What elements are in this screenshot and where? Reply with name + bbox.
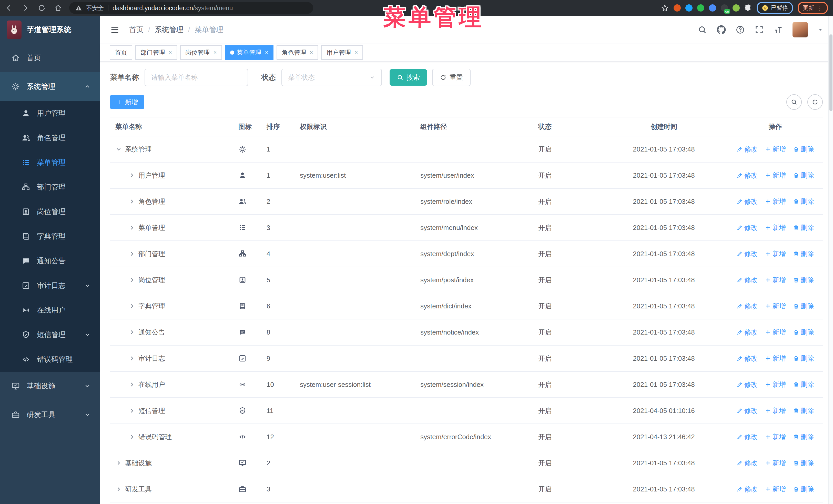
row-action-新增[interactable]: 新增	[765, 459, 786, 467]
avatar[interactable]	[792, 22, 808, 38]
row-action-删除[interactable]: 删除	[793, 223, 814, 232]
tab-部门管理[interactable]: 部门管理×	[135, 45, 177, 60]
table-row[interactable]: 字典管理6system/dict/index开启2021-01-05 17:03…	[110, 293, 823, 319]
table-row[interactable]: 角色管理2system/role/index开启2021-01-05 17:03…	[110, 189, 823, 215]
row-action-删除[interactable]: 删除	[793, 406, 814, 415]
row-action-新增[interactable]: 新增	[765, 406, 786, 415]
tab-首页[interactable]: 首页	[110, 45, 132, 60]
row-action-修改[interactable]: 修改	[737, 223, 758, 232]
row-action-删除[interactable]: 删除	[793, 275, 814, 285]
bot-extension-icon[interactable]	[733, 4, 740, 11]
tab-角色管理[interactable]: 角色管理×	[277, 45, 318, 60]
add-button[interactable]: 新增	[110, 95, 144, 109]
fullscreen-icon[interactable]	[755, 25, 764, 34]
browser-reload-icon[interactable]	[38, 4, 46, 12]
table-row[interactable]: 在线用户10system:user-session:listsystem/ses…	[110, 372, 823, 398]
sidebar-item-角色管理[interactable]: 角色管理	[0, 126, 100, 150]
sidebar-item-系统管理[interactable]: 系统管理	[0, 72, 100, 101]
row-action-删除[interactable]: 删除	[793, 485, 814, 494]
bookmark-star-icon[interactable]	[661, 4, 669, 12]
sidebar-item-基础设施[interactable]: 基础设施	[0, 372, 100, 401]
row-action-删除[interactable]: 删除	[793, 432, 814, 441]
app-logo[interactable]: 芋道管理系统	[0, 16, 100, 44]
row-action-新增[interactable]: 新增	[765, 354, 786, 363]
user-menu-caret-icon[interactable]	[818, 27, 823, 32]
table-row[interactable]: 通知公告8system/notice/index开启2021-01-05 17:…	[110, 319, 823, 345]
breadcrumb-item[interactable]: 系统管理	[155, 25, 184, 34]
reset-button[interactable]: 重置	[432, 69, 471, 86]
tab-close-icon[interactable]: ×	[169, 49, 172, 56]
refresh-table-button[interactable]	[807, 94, 823, 110]
tab-菜单管理[interactable]: 菜单管理×	[225, 45, 273, 60]
row-action-删除[interactable]: 删除	[793, 145, 814, 154]
table-row[interactable]: 岗位管理5system/post/index开启2021-01-05 17:03…	[110, 267, 823, 293]
tab-close-icon[interactable]: ×	[355, 49, 358, 56]
tab-close-icon[interactable]: ×	[214, 49, 217, 56]
extensions-puzzle-icon[interactable]	[744, 4, 752, 12]
sidebar-item-部门管理[interactable]: 部门管理	[0, 175, 100, 199]
row-action-修改[interactable]: 修改	[737, 354, 758, 363]
menu-name-input[interactable]: 请输入菜单名称	[145, 69, 248, 86]
row-action-删除[interactable]: 删除	[793, 459, 814, 467]
row-action-新增[interactable]: 新增	[765, 223, 786, 232]
row-action-删除[interactable]: 删除	[793, 171, 814, 180]
toggle-search-button[interactable]	[786, 94, 802, 110]
row-action-修改[interactable]: 修改	[737, 432, 758, 441]
row-action-修改[interactable]: 修改	[737, 275, 758, 285]
row-action-删除[interactable]: 删除	[793, 249, 814, 258]
row-action-修改[interactable]: 修改	[737, 485, 758, 494]
row-action-修改[interactable]: 修改	[737, 197, 758, 206]
sidebar-item-审计日志[interactable]: 审计日志	[0, 273, 100, 298]
table-row[interactable]: 研发工具3开启2021-01-05 17:03:48修改新增删除	[110, 476, 823, 502]
table-row[interactable]: 部门管理4system/dept/index开启2021-01-05 17:03…	[110, 241, 823, 267]
tab-岗位管理[interactable]: 岗位管理×	[180, 45, 222, 60]
row-action-删除[interactable]: 删除	[793, 380, 814, 389]
table-row[interactable]: 错误码管理12system/errorCode/index开启2021-04-1…	[110, 424, 823, 450]
sidebar-item-首页[interactable]: 首页	[0, 44, 100, 72]
table-row[interactable]: 短信管理11开启2021-04-05 01:10:16修改新增删除	[110, 398, 823, 424]
update-button[interactable]: 更新 ⋮	[798, 2, 828, 14]
address-bar[interactable]: 不安全 dashboard.yudao.iocoder.cn/system/me…	[69, 2, 313, 14]
font-size-icon[interactable]	[774, 25, 783, 34]
search-icon[interactable]	[698, 25, 707, 34]
row-action-新增[interactable]: 新增	[765, 302, 786, 311]
browser-forward-icon[interactable]	[22, 4, 29, 12]
tab-close-icon[interactable]: ×	[310, 49, 313, 56]
tab-用户管理[interactable]: 用户管理×	[321, 45, 363, 60]
browser-menu-dots-icon[interactable]: ⋮	[816, 5, 823, 11]
sidebar-item-岗位管理[interactable]: 岗位管理	[0, 199, 100, 224]
row-action-新增[interactable]: 新增	[765, 328, 786, 337]
row-action-修改[interactable]: 修改	[737, 406, 758, 415]
sidebar-item-菜单管理[interactable]: 菜单管理	[0, 150, 100, 175]
breadcrumb-item[interactable]: 首页	[129, 25, 144, 34]
row-action-新增[interactable]: 新增	[765, 145, 786, 154]
row-action-新增[interactable]: 新增	[765, 171, 786, 180]
browser-home-icon[interactable]	[54, 4, 62, 12]
row-action-修改[interactable]: 修改	[737, 380, 758, 389]
row-action-修改[interactable]: 修改	[737, 459, 758, 467]
tab-close-icon[interactable]: ×	[265, 49, 268, 56]
table-row[interactable]: 系统管理1开启2021-01-05 17:03:48修改新增删除	[110, 136, 823, 163]
row-action-删除[interactable]: 删除	[793, 197, 814, 206]
status-select[interactable]: 菜单状态	[281, 69, 382, 86]
row-action-修改[interactable]: 修改	[737, 249, 758, 258]
row-action-修改[interactable]: 修改	[737, 302, 758, 311]
row-action-删除[interactable]: 删除	[793, 302, 814, 311]
row-action-新增[interactable]: 新增	[765, 485, 786, 494]
collapse-sidebar-icon[interactable]	[110, 25, 120, 35]
help-icon[interactable]	[736, 25, 745, 34]
github-icon[interactable]	[717, 25, 726, 34]
screenshot-extension-icon[interactable]: on	[721, 4, 728, 11]
sidebar-item-在线用户[interactable]: 在线用户	[0, 298, 100, 322]
sidebar-item-短信管理[interactable]: 短信管理	[0, 322, 100, 347]
row-action-新增[interactable]: 新增	[765, 249, 786, 258]
page-scrollbar[interactable]	[828, 16, 833, 504]
row-action-删除[interactable]: 删除	[793, 328, 814, 337]
sidebar-item-字典管理[interactable]: 字典管理	[0, 224, 100, 249]
sidebar-item-错误码管理[interactable]: 错误码管理	[0, 347, 100, 372]
row-action-删除[interactable]: 删除	[793, 354, 814, 363]
sidebar-item-通知公告[interactable]: 通知公告	[0, 249, 100, 273]
browser-back-icon[interactable]	[5, 4, 13, 12]
table-row[interactable]: 审计日志9开启2021-01-05 17:03:48修改新增删除	[110, 345, 823, 372]
table-row[interactable]: 基础设施2开启2021-01-05 17:03:48修改新增删除	[110, 450, 823, 476]
